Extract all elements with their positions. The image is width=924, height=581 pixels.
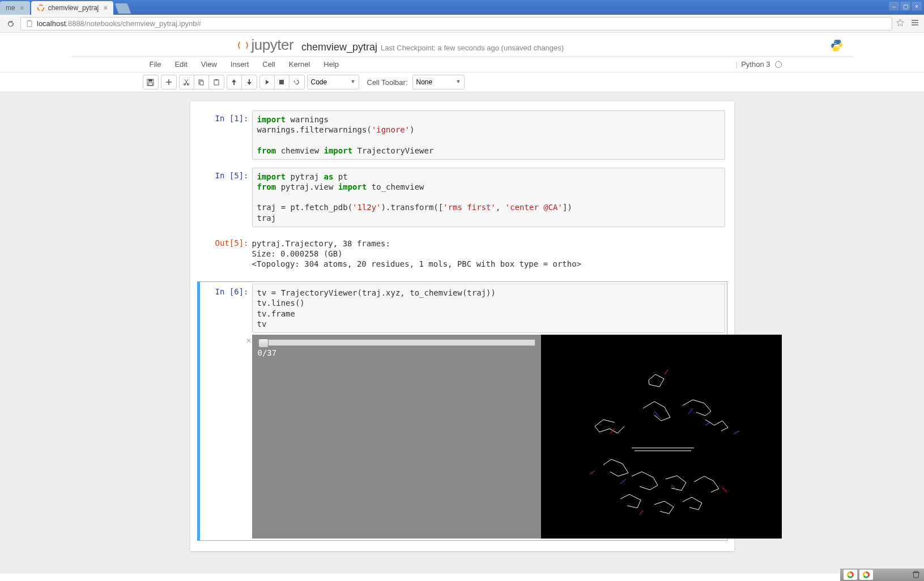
url-path: /notebooks/chemview_pytraj.ipynb# — [84, 19, 201, 28]
jupyter-favicon-icon — [37, 4, 45, 12]
cell-type-select[interactable]: Code — [307, 75, 359, 89]
svg-point-8 — [188, 84, 189, 86]
save-button[interactable] — [143, 75, 158, 89]
reload-button[interactable] — [5, 18, 17, 30]
code-cell[interactable]: In [1]: import warnings warnings.filterw… — [197, 108, 727, 162]
notebook-container: In [1]: import warnings warnings.filterw… — [190, 101, 734, 551]
menubar: FileEditViewInsertCellKernelHelp | Pytho… — [0, 57, 924, 72]
notebook-background: In [1]: import warnings warnings.filterw… — [0, 92, 924, 574]
svg-point-0 — [38, 5, 44, 11]
input-prompt: In [5]: — [205, 168, 252, 227]
taskbar — [840, 569, 924, 574]
output-row: Out[5]: pytraj.Trajectory, 38 frames: Si… — [197, 233, 727, 275]
copy-button[interactable] — [194, 75, 209, 89]
cut-button[interactable] — [180, 75, 194, 89]
code-cell[interactable]: In [6]: tv = TrajectoryViewer(traj.xyz, … — [197, 281, 727, 335]
tab-title: chemview_pytraj — [48, 4, 99, 12]
close-icon[interactable]: × — [103, 3, 108, 12]
frame-slider-panel: 0/37 — [252, 335, 541, 539]
svg-point-7 — [184, 84, 186, 86]
svg-rect-11 — [214, 80, 219, 85]
move-up-button[interactable] — [227, 75, 242, 89]
jupyter-logo-icon — [238, 40, 248, 50]
menu-file[interactable]: File — [143, 57, 168, 72]
output-prompt: Out[5]: — [205, 235, 252, 273]
menu-edit[interactable]: Edit — [168, 57, 194, 72]
browser-tab-notebook[interactable]: chemview_pytraj × — [31, 1, 114, 15]
menu-insert[interactable]: Insert — [224, 57, 256, 72]
notebook-scroll-area[interactable]: In [1]: import warnings warnings.filterw… — [0, 92, 924, 574]
browser-tab-home[interactable]: me × — [0, 1, 30, 15]
new-tab-button[interactable] — [115, 3, 131, 14]
input-prompt: In [6]: — [205, 284, 252, 333]
notebook-name[interactable]: chemview_pytraj — [301, 41, 377, 53]
menu-view[interactable]: View — [194, 57, 224, 72]
input-prompt: In [1]: — [205, 110, 252, 160]
window-controls: – ▢ × — [889, 2, 922, 11]
svg-point-2 — [834, 40, 835, 41]
stop-button[interactable] — [275, 75, 289, 89]
svg-rect-6 — [148, 83, 152, 86]
minimize-button[interactable]: – — [889, 2, 899, 11]
output-text: pytraj.Trajectory, 38 frames: Size: 0.00… — [252, 235, 725, 273]
output-prompt-empty — [205, 335, 252, 539]
browser-titlebar: me × chemview_pytraj × – ▢ × — [0, 0, 924, 15]
molecule-3d-view[interactable] — [541, 335, 782, 539]
svg-rect-1 — [27, 21, 32, 27]
trash-icon[interactable] — [912, 570, 921, 574]
close-button[interactable]: × — [912, 2, 922, 11]
code-input[interactable]: tv = TrajectoryViewer(traj.xyz, to_chemv… — [252, 284, 725, 333]
add-cell-button[interactable] — [161, 75, 176, 89]
kernel-status-icon — [775, 61, 782, 68]
menu-help[interactable]: Help — [317, 57, 346, 72]
toolbar: Code Cell Toolbar: None — [0, 72, 924, 92]
tab-title: me — [6, 4, 15, 12]
url-host: localhost — [37, 19, 66, 28]
hamburger-icon[interactable] — [910, 18, 919, 29]
checkpoint-status: Last Checkpoint: a few seconds ago (unsa… — [381, 44, 564, 52]
menu-cell[interactable]: Cell — [256, 57, 282, 72]
python-logo-icon — [829, 38, 844, 53]
menu-kernel[interactable]: Kernel — [282, 57, 317, 72]
url-port: :8888 — [66, 19, 84, 28]
code-cell[interactable]: In [5]: import pytraj as pt from pytraj.… — [197, 165, 727, 229]
restart-button[interactable] — [289, 75, 304, 89]
svg-point-3 — [838, 49, 839, 50]
kernel-indicator: | Python 3 — [736, 60, 782, 69]
address-bar[interactable]: localhost:8888/notebooks/chemview_pytraj… — [20, 17, 892, 31]
slider-thumb[interactable] — [258, 339, 269, 348]
frame-counter: 0/37 — [258, 348, 535, 357]
svg-rect-10 — [200, 81, 203, 85]
browser-tabs: me × chemview_pytraj × — [0, 0, 129, 15]
frame-slider[interactable] — [258, 339, 535, 346]
kernel-name[interactable]: Python 3 — [741, 60, 770, 69]
jupyter-logo[interactable]: jupyter — [238, 36, 294, 54]
address-bar-row: localhost:8888/notebooks/chemview_pytraj… — [0, 15, 924, 33]
svg-rect-12 — [215, 79, 218, 80]
svg-rect-5 — [148, 79, 152, 82]
svg-rect-13 — [279, 80, 284, 84]
trajectory-viewer: × 0/37 — [252, 335, 782, 539]
cell-toolbar-label: Cell Toolbar: — [367, 78, 408, 87]
run-button[interactable] — [260, 75, 275, 89]
taskbar-chrome-1[interactable] — [844, 570, 857, 574]
close-icon[interactable]: × — [20, 3, 24, 12]
output-row: × 0/37 — [197, 335, 727, 541]
taskbar-chrome-2[interactable] — [859, 570, 873, 574]
notebook-header: jupyter chemview_pytraj Last Checkpoint:… — [71, 33, 853, 57]
close-icon[interactable]: × — [246, 336, 252, 346]
bookmark-icon[interactable] — [896, 18, 905, 29]
paste-button[interactable] — [209, 75, 224, 89]
code-input[interactable]: import pytraj as pt from pytraj.view imp… — [252, 168, 725, 227]
move-down-button[interactable] — [242, 75, 257, 89]
maximize-button[interactable]: ▢ — [900, 2, 910, 11]
cell-toolbar-select[interactable]: None — [412, 75, 465, 89]
code-input[interactable]: import warnings warnings.filterwarnings(… — [252, 110, 725, 160]
jupyter-logo-text: jupyter — [252, 36, 294, 54]
